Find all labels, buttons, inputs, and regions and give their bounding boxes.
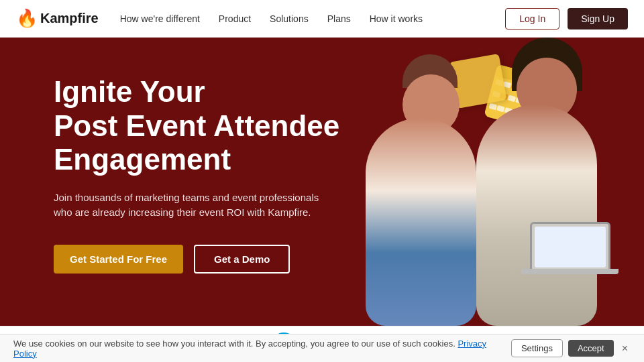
cookie-accept-button[interactable]: Accept: [568, 340, 614, 357]
cookie-actions: Settings Accept ×: [511, 339, 631, 357]
navbar: 🔥 Kampfire How we're different Product S…: [0, 0, 644, 38]
logo[interactable]: 🔥 Kampfire: [16, 8, 99, 29]
cookie-banner: We use cookies on our website to see how…: [0, 334, 644, 362]
cookie-message: We use cookies on our website to see how…: [13, 339, 455, 349]
cal-cell: [488, 103, 497, 110]
get-demo-button[interactable]: Get a Demo: [194, 245, 290, 274]
cookie-close-button[interactable]: ×: [619, 343, 631, 355]
cal-cell: [496, 105, 505, 112]
hero-section: Ignite Your Post Event Attendee Engageme…: [0, 38, 644, 326]
hero-buttons: Get Started For Free Get a Demo: [54, 245, 339, 274]
get-started-button[interactable]: Get Started For Free: [54, 245, 183, 274]
nav-links: How we're different Product Solutions Pl…: [120, 13, 506, 24]
hero-content: Ignite Your Post Event Attendee Engageme…: [54, 70, 339, 274]
logo-flame-icon: 🔥: [16, 8, 38, 29]
nav-link-how-different[interactable]: How we're different: [120, 13, 200, 24]
signup-button[interactable]: Sign Up: [568, 8, 628, 29]
hero-subtitle: Join thousands of marketing teams and ev…: [54, 190, 335, 221]
nav-link-plans[interactable]: Plans: [327, 13, 351, 24]
nav-actions: Log In Sign Up: [505, 8, 628, 29]
nav-link-product[interactable]: Product: [219, 13, 251, 24]
person2-body: [476, 105, 597, 326]
logo-text: Kampfire: [40, 11, 99, 26]
cal-cell: [507, 95, 516, 103]
cookie-text: We use cookies on our website to see how…: [13, 339, 511, 359]
nav-link-how-it-works[interactable]: How it works: [370, 13, 423, 24]
hero-title-line1: Ignite Your: [54, 75, 205, 108]
hero-illustration: [335, 44, 631, 326]
login-button[interactable]: Log In: [505, 8, 559, 29]
laptop-screen-area: [530, 222, 610, 272]
cookie-settings-button[interactable]: Settings: [511, 339, 563, 357]
laptop-base: [521, 269, 619, 274]
hero-title: Ignite Your Post Event Attendee Engageme…: [54, 75, 339, 177]
hero-title-line3: Engagement: [54, 143, 231, 176]
hero-title-line2: Post Event Attendee: [54, 109, 339, 142]
nav-link-solutions[interactable]: Solutions: [270, 13, 309, 24]
laptop-display: [535, 227, 606, 267]
person1-body: [366, 118, 476, 326]
